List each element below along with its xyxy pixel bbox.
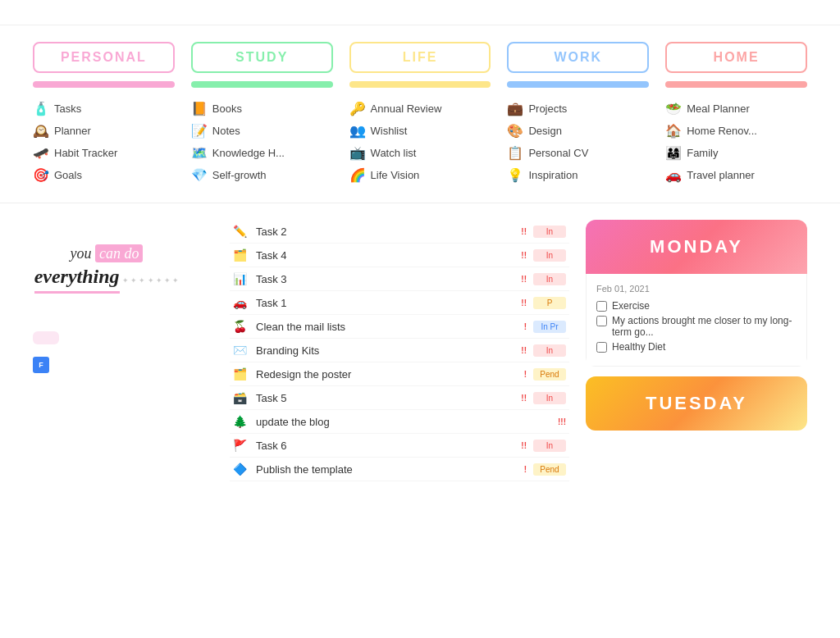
publish-icon: F <box>33 357 49 373</box>
category-bar-personal <box>33 81 175 88</box>
item-icon: 🚗 <box>665 167 682 183</box>
today-badge <box>33 331 59 344</box>
table-row[interactable]: 🔷Publish the template!Pend <box>230 458 569 481</box>
list-item[interactable]: 👥Wishlist <box>349 120 491 142</box>
item-label: Annual Review <box>371 103 442 115</box>
day-date: Feb 01, 2021 <box>596 284 797 294</box>
item-icon: 🛹 <box>33 145 49 161</box>
day-name: MONDAY <box>602 236 791 257</box>
item-label: Habit Tracker <box>54 147 117 159</box>
category-col-work: WORK💼Projects🎨Design📋Personal CV💡Inspira… <box>507 42 649 186</box>
list-item[interactable]: 📙Books <box>191 98 333 120</box>
status-badge: In <box>533 249 566 262</box>
list-item[interactable]: 🕰️Planner <box>33 120 175 142</box>
checklist-label: My actions brought me closer to my long-… <box>612 315 797 338</box>
task-name: update the blog <box>256 416 551 428</box>
categories-row: PERSONAL🧴Tasks🕰️Planner🛹Habit Tracker🎯Go… <box>33 42 807 186</box>
task-priority: !!! <box>558 417 566 426</box>
table-row[interactable]: 🍒Clean the mail lists!In Pr <box>230 315 569 339</box>
task-name: Publish the template <box>256 463 518 476</box>
table-row[interactable]: 🗂️Redesign the poster!Pend <box>230 362 569 386</box>
item-icon: 💡 <box>507 167 523 183</box>
status-badge: Pend <box>533 463 566 476</box>
list-item[interactable]: 🎯Goals <box>33 164 175 186</box>
item-label: Travel planner <box>687 169 755 181</box>
item-label: Knowledge H... <box>212 147 285 159</box>
item-icon: 👥 <box>349 123 366 139</box>
list-item[interactable]: Healthy Diet <box>596 341 797 353</box>
motivational-image: you can do everything ✦ ✦ ✦ ✦ ✦ ✦ ✦ <box>33 220 180 318</box>
table-row[interactable]: ✉️Branding Kits!!In <box>230 339 569 362</box>
task-priority: !! <box>521 251 527 260</box>
category-badge-home[interactable]: HOME <box>665 42 807 73</box>
list-item[interactable]: 🔑Annual Review <box>349 98 491 120</box>
category-items-study: 📙Books📝Notes🗺️Knowledge H...💎Self-growth <box>191 98 333 186</box>
item-icon: 🎯 <box>33 167 49 183</box>
list-item[interactable]: 💎Self-growth <box>191 164 333 186</box>
task-icon: 🗃️ <box>233 391 249 404</box>
bottom-section: you can do everything ✦ ✦ ✦ ✦ ✦ ✦ ✦ F ✏️… <box>0 203 840 498</box>
table-row[interactable]: 🗃️Task 5!!In <box>230 386 569 410</box>
task-icon: 🚩 <box>233 439 249 452</box>
page-title <box>0 0 840 25</box>
left-panel: you can do everything ✦ ✦ ✦ ✦ ✦ ✦ ✦ F <box>33 220 213 481</box>
checklist-label: Healthy Diet <box>612 341 665 353</box>
task-priority: ! <box>524 322 527 331</box>
list-item[interactable]: 🎨Design <box>507 120 649 142</box>
list-item[interactable]: My actions brought me closer to my long-… <box>596 315 797 338</box>
list-item[interactable]: 💡Inspiration <box>507 164 649 186</box>
list-item[interactable]: Exercise <box>596 300 797 312</box>
task-name: Branding Kits <box>256 344 514 357</box>
item-icon: 🎨 <box>507 123 523 139</box>
checklist-checkbox[interactable] <box>596 342 607 353</box>
category-badge-personal[interactable]: PERSONAL <box>33 42 175 73</box>
task-panel: ✏️Task 2!!In🗂️Task 4!!In📊Task 3!!In🚗Task… <box>230 220 569 481</box>
list-item[interactable]: 🧴Tasks <box>33 98 175 120</box>
category-badge-life[interactable]: LIFE <box>349 42 491 73</box>
list-item[interactable]: 📝Notes <box>191 120 333 142</box>
checklist-checkbox[interactable] <box>596 301 607 312</box>
item-label: Wishlist <box>371 125 408 137</box>
list-item[interactable]: 📺Watch list <box>349 142 491 164</box>
status-badge: In Pr <box>533 321 566 333</box>
status-badge: In <box>533 440 566 452</box>
item-label: Home Renov... <box>687 125 757 137</box>
item-label: Watch list <box>371 147 417 159</box>
table-row[interactable]: 🌲update the blog!!! <box>230 410 569 434</box>
status-badge: P <box>533 297 566 309</box>
day-name: TUESDAY <box>602 393 791 414</box>
list-item[interactable]: 🥗Meal Planner <box>665 98 807 120</box>
table-row[interactable]: ✏️Task 2!!In <box>230 220 569 244</box>
list-item[interactable]: 🚗Travel planner <box>665 164 807 186</box>
categories-section: PERSONAL🧴Tasks🕰️Planner🛹Habit Tracker🎯Go… <box>0 25 840 203</box>
dashboard-header <box>0 0 840 25</box>
checklist-checkbox[interactable] <box>596 316 607 326</box>
task-name: Clean the mail lists <box>256 321 518 333</box>
item-icon: 🕰️ <box>33 123 49 139</box>
table-row[interactable]: 🚩Task 6!!In <box>230 434 569 458</box>
item-icon: 📺 <box>349 145 366 161</box>
item-label: Projects <box>528 103 567 115</box>
item-label: Self-growth <box>212 169 267 181</box>
category-items-work: 💼Projects🎨Design📋Personal CV💡Inspiration <box>507 98 649 186</box>
item-icon: 🗺️ <box>191 145 208 161</box>
list-item[interactable]: 📋Personal CV <box>507 142 649 164</box>
category-badge-study[interactable]: STUDY <box>191 42 333 73</box>
list-item[interactable]: 💼Projects <box>507 98 649 120</box>
day-header: MONDAY <box>586 220 807 274</box>
task-priority: ! <box>524 465 527 474</box>
list-item[interactable]: 👨‍👩‍👧Family <box>665 142 807 164</box>
list-item[interactable]: 🗺️Knowledge H... <box>191 142 333 164</box>
table-row[interactable]: 🗂️Task 4!!In <box>230 244 569 267</box>
list-item[interactable]: 🌈Life Vision <box>349 164 491 186</box>
category-badge-work[interactable]: WORK <box>507 42 649 73</box>
category-items-home: 🥗Meal Planner🏠Home Renov...👨‍👩‍👧Family🚗T… <box>665 98 807 186</box>
table-row[interactable]: 🚗Task 1!!P <box>230 291 569 315</box>
list-item[interactable]: 🏠Home Renov... <box>665 120 807 142</box>
task-priority: ! <box>524 370 527 379</box>
list-item[interactable]: 🛹Habit Tracker <box>33 142 175 164</box>
publish-item[interactable]: F <box>33 357 213 373</box>
right-panel: MONDAYFeb 01, 2021ExerciseMy actions bro… <box>586 220 807 481</box>
task-name: Task 6 <box>256 440 514 452</box>
table-row[interactable]: 📊Task 3!!In <box>230 267 569 291</box>
